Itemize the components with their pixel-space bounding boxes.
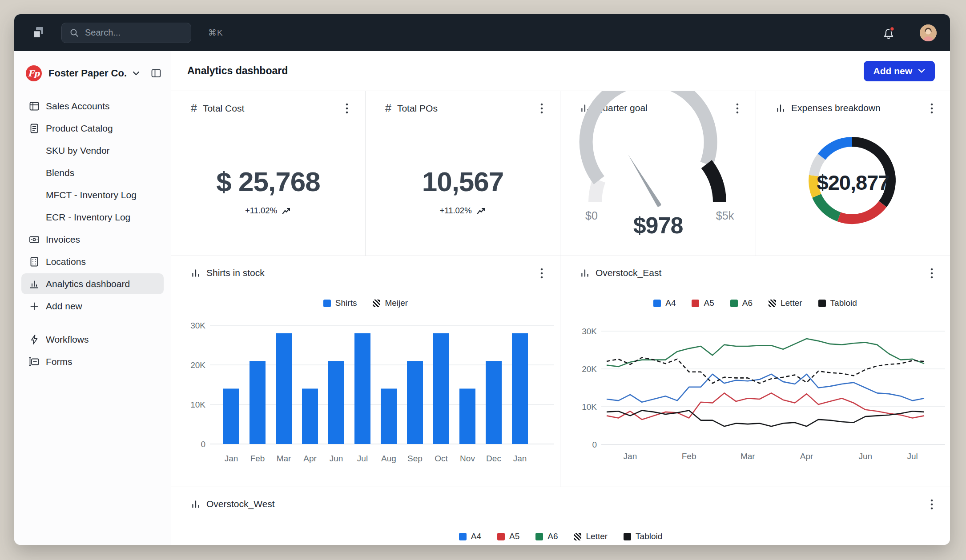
- shirts-bar-chart: 010K20K30KJanFebMarAprJunJulAugSepOctNov…: [178, 312, 556, 472]
- sidebar-item-label: Sales Accounts: [46, 101, 110, 112]
- add-new-button[interactable]: Add new: [864, 61, 935, 81]
- legend: ShirtsMeijer: [171, 298, 560, 308]
- sidebar-item-blends[interactable]: Blends: [21, 162, 164, 183]
- legend-item-letter[interactable]: Letter: [574, 532, 608, 541]
- legend-label: Tabloid: [636, 532, 662, 541]
- search-input[interactable]: [85, 28, 203, 38]
- legend-swatch: [653, 300, 661, 307]
- overstock-east-line-chart: 010K20K30KJanFebMarAprJunJul: [569, 312, 947, 472]
- card-total-pos: # Total POs 10,567 +11.02%: [366, 91, 560, 256]
- legend-label: A5: [509, 532, 519, 541]
- svg-text:Jun: Jun: [330, 454, 343, 463]
- sidebar-item-label: ECR - Inventory Log: [46, 212, 130, 223]
- legend-swatch: [497, 533, 505, 540]
- sidebar-item-label: Analytics dashboard: [46, 279, 130, 289]
- notifications-button[interactable]: [881, 25, 896, 40]
- company-switcher[interactable]: Fp Foster Paper Co.: [14, 61, 171, 86]
- svg-text:10K: 10K: [190, 400, 205, 409]
- legend-item-a6[interactable]: A6: [730, 298, 753, 308]
- plus-icon: [28, 300, 40, 312]
- legend-swatch: [692, 300, 699, 307]
- sidebar-item-product-catalog[interactable]: Product Catalog: [21, 118, 164, 139]
- legend-label: Letter: [781, 298, 802, 308]
- sidebar-collapse-icon[interactable]: [150, 68, 162, 79]
- chevron-down-icon: [132, 70, 140, 76]
- svg-text:0: 0: [592, 440, 597, 449]
- svg-text:10K: 10K: [582, 402, 597, 412]
- search-box[interactable]: ⌘K: [61, 23, 191, 43]
- sidebar-item-sales-accounts[interactable]: Sales Accounts: [21, 96, 164, 116]
- legend-item-letter[interactable]: Letter: [769, 298, 802, 308]
- sidebar-item-invoices[interactable]: Invoices: [21, 229, 164, 250]
- legend-swatch: [459, 533, 467, 540]
- svg-text:Jan: Jan: [513, 454, 527, 463]
- svg-text:30K: 30K: [582, 327, 597, 336]
- card-title: Total Cost: [203, 103, 244, 114]
- sidebar-item-forms[interactable]: Forms: [21, 351, 164, 372]
- card-total-cost: # Total Cost $ 25,768 +11.02%: [171, 91, 366, 256]
- legend-item-tabloid[interactable]: Tabloid: [624, 532, 662, 541]
- legend-label: A4: [665, 298, 676, 308]
- company-name: Foster Paper Co.: [48, 68, 127, 79]
- mini-chart-icon: [191, 499, 201, 509]
- sidebar-item-sku-by-vendor[interactable]: SKU by Vendor: [21, 140, 164, 161]
- svg-text:Jul: Jul: [357, 454, 368, 463]
- topbar: ⌘K: [14, 14, 950, 51]
- sidebar-item-mfct-inventory-log[interactable]: MFCT - Inventory Log: [21, 184, 164, 205]
- sidebar-item-locations[interactable]: Locations: [21, 251, 164, 272]
- trend-up-icon: [476, 208, 486, 214]
- legend-swatch: [818, 300, 826, 307]
- svg-text:Jan: Jan: [225, 454, 238, 463]
- company-logo: Fp: [26, 65, 42, 81]
- sidebar-item-analytics-dashboard[interactable]: Analytics dashboard: [21, 273, 164, 294]
- chevron-down-icon: [918, 68, 925, 74]
- number-icon: #: [385, 103, 391, 114]
- main-content: Analytics dashboard Add new # Total Cost: [171, 51, 950, 545]
- legend-label: Shirts: [335, 298, 357, 308]
- legend-item-a6[interactable]: A6: [535, 532, 558, 541]
- building-icon: [28, 256, 40, 268]
- svg-text:Feb: Feb: [250, 454, 265, 463]
- panel-title: Overstock_West: [206, 499, 275, 509]
- svg-text:Aug: Aug: [381, 454, 396, 463]
- sidebar-item-label: Blends: [46, 168, 74, 178]
- app-logo-icon[interactable]: [31, 26, 45, 40]
- legend-item-a5[interactable]: A5: [692, 298, 714, 308]
- sidebar-item-workflows[interactable]: Workflows: [21, 329, 164, 350]
- card-expenses-breakdown: Expenses breakdown $20,877: [756, 91, 950, 256]
- legend-swatch: [323, 300, 331, 307]
- legend-item-meijer[interactable]: Meijer: [373, 298, 408, 308]
- sidebar-item-ecr-inventory-log[interactable]: ECR - Inventory Log: [21, 207, 164, 228]
- sidebar: Fp Foster Paper Co. Sales AccountsProduc…: [14, 51, 171, 545]
- panel-menu-button[interactable]: [925, 267, 938, 281]
- sidebar-item-label: Forms: [46, 356, 72, 367]
- panel-menu-button[interactable]: [535, 267, 548, 281]
- legend-item-a5[interactable]: A5: [497, 532, 519, 541]
- legend-item-a4[interactable]: A4: [459, 532, 481, 541]
- app-window: ⌘K Fp: [14, 14, 950, 545]
- search-icon: [69, 28, 80, 38]
- svg-text:30K: 30K: [190, 321, 205, 330]
- card-menu-button[interactable]: [535, 102, 548, 116]
- panel-menu-button[interactable]: [925, 498, 938, 512]
- form-icon: [28, 356, 40, 368]
- legend-item-a4[interactable]: A4: [653, 298, 676, 308]
- legend-item-tabloid[interactable]: Tabloid: [818, 298, 857, 308]
- svg-text:Feb: Feb: [682, 452, 696, 461]
- svg-text:20K: 20K: [582, 364, 597, 374]
- svg-text:Apr: Apr: [303, 454, 317, 463]
- svg-text:20K: 20K: [190, 360, 205, 370]
- legend-label: A6: [742, 298, 753, 308]
- sidebar-item-label: Invoices: [46, 234, 80, 245]
- topbar-divider: [908, 23, 908, 43]
- svg-text:Dec: Dec: [486, 454, 501, 463]
- desktop: { "topbar": { "search_placeholder": "Sea…: [0, 0, 966, 560]
- sidebar-item-add-new[interactable]: Add new: [21, 296, 164, 316]
- card-menu-button[interactable]: [340, 102, 354, 116]
- avatar[interactable]: [920, 24, 937, 41]
- svg-text:Mar: Mar: [741, 452, 755, 461]
- gauge-value: $978: [560, 212, 756, 239]
- legend-swatch: [730, 300, 738, 307]
- page-title: Analytics dashboard: [187, 65, 288, 77]
- legend-item-shirts[interactable]: Shirts: [323, 298, 357, 308]
